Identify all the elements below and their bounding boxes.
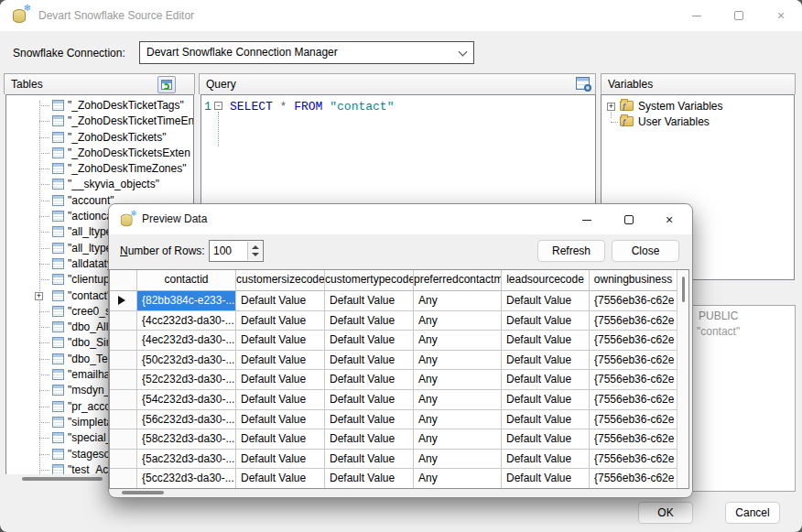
grid-cell[interactable]: {7556eb36-c62e [590,390,677,410]
row-header-cell[interactable] [110,331,137,351]
grid-hscrollbar[interactable] [109,487,692,497]
grid-cell[interactable]: {7556eb36-c62e [590,331,677,351]
grid-data-row[interactable]: {4ec232d3-da30-...Default ValueDefault V… [110,331,688,351]
tables-hscrollbar-thumb[interactable] [22,477,103,481]
grid-cell[interactable]: Default Value [236,311,325,331]
grid-cell[interactable]: Default Value [502,390,590,410]
row-header-cell[interactable] [110,469,137,489]
grid-cell[interactable]: Default Value [325,410,414,430]
grid-cell[interactable]: {54c232d3-da30-... [137,390,236,410]
grid-data-row[interactable]: {50c232d3-da30-...Default ValueDefault V… [110,351,688,371]
grid-cell[interactable]: {5cc232d3-da30-... [137,469,236,489]
grid-column-header[interactable]: contactid [137,270,236,291]
grid-cell[interactable]: Default Value [502,410,590,430]
grid-data-row[interactable]: {5ac232d3-da30-...Default ValueDefault V… [110,450,688,470]
fold-collapse-icon[interactable]: - [214,102,222,110]
grid-cell[interactable]: Any [414,410,502,430]
close-button[interactable]: × [648,204,690,235]
grid-cell[interactable]: Default Value [236,390,325,410]
grid-cell[interactable]: Default Value [325,291,414,311]
grid-cell[interactable]: Default Value [236,291,325,311]
grid-vscrollbar-thumb[interactable] [682,277,685,302]
grid-cell[interactable]: Default Value [502,351,590,371]
variables-tree-item[interactable]: +ƒSystem Variables [602,99,794,114]
spin-up-icon[interactable] [252,245,259,249]
grid-hscrollbar-thumb[interactable] [122,491,164,494]
grid-cell[interactable]: {56c232d3-da30-... [137,410,236,430]
connection-combobox[interactable]: Devart Snowflake Connection Manager [139,41,474,64]
grid-cell[interactable]: Default Value [236,429,325,450]
grid-cell[interactable]: Any [414,390,502,410]
variables-tree-item[interactable]: ƒUser Variables [602,114,794,130]
table-tree-item[interactable]: "__skyvia_objects" [6,177,193,192]
grid-cell[interactable]: Default Value [502,429,590,450]
grid-cell[interactable]: Default Value [502,370,590,390]
grid-column-header[interactable]: customertypecode [325,270,414,291]
grid-cell[interactable]: {50c232d3-da30-... [137,351,236,371]
expander-plus-icon[interactable]: + [607,103,615,111]
grid-cell[interactable]: Default Value [325,331,414,351]
ok-button[interactable]: OK [638,502,693,524]
table-tree-item[interactable]: "_ZohoDeskTicketTimeEn [6,114,193,129]
grid-cell[interactable]: Default Value [325,311,414,331]
row-header-cell[interactable] [110,429,137,450]
grid-data-row[interactable]: {5cc232d3-da30-...Default ValueDefault V… [110,469,688,489]
number-of-rows-spinner[interactable]: 100 [209,240,264,262]
grid-cell[interactable]: Any [414,450,502,470]
grid-cell[interactable]: Default Value [502,331,590,351]
grid-cell[interactable]: {7556eb36-c62e [590,370,677,390]
grid-column-header[interactable]: preferredcontactme [414,270,502,291]
grid-cell[interactable]: Default Value [325,429,414,450]
minimize-button[interactable] [676,0,718,31]
expander-plus-icon[interactable]: + [35,292,43,300]
maximize-button[interactable] [608,204,650,235]
grid-column-header[interactable]: leadsourcecode [502,270,590,291]
grid-cell[interactable]: Default Value [502,311,590,331]
grid-cell[interactable]: Default Value [236,410,325,430]
grid-cell[interactable]: Default Value [502,291,590,311]
maximize-button[interactable] [718,0,760,31]
grid-data-row[interactable]: {52c232d3-da30-...Default ValueDefault V… [110,370,688,390]
table-tree-item[interactable]: "_ZohoDeskTicketTags" [6,98,193,114]
grid-cell[interactable]: Default Value [236,370,325,390]
grid-cell[interactable]: Default Value [325,351,414,371]
row-header-cell[interactable] [110,370,137,390]
grid-cell[interactable]: {7556eb36-c62e [590,469,677,489]
table-tree-item[interactable]: "_ZohoDeskTickets" [6,130,193,146]
row-header-cell[interactable] [110,291,137,311]
grid-column-header[interactable]: owningbusiness [590,270,677,291]
grid-data-row[interactable]: {58c232d3-da30-...Default ValueDefault V… [110,429,688,450]
row-header-cell[interactable] [110,390,137,410]
row-header-cell[interactable] [110,450,137,470]
grid-cell[interactable]: {52c232d3-da30-... [137,370,236,390]
grid-cell[interactable]: {82bb384c-e233-... [137,291,236,311]
grid-cell[interactable]: Default Value [325,370,414,390]
close-button[interactable]: × [760,0,802,31]
minimize-button[interactable] [566,204,608,235]
grid-cell[interactable]: Any [414,311,502,331]
table-tree-item[interactable]: "_ZohoDeskTimeZones" [6,161,193,177]
grid-cell[interactable]: {58c232d3-da30-... [137,429,236,450]
grid-cell[interactable]: {7556eb36-c62e [590,429,677,450]
grid-cell[interactable]: Any [414,331,502,351]
grid-cell[interactable]: Any [414,351,502,371]
grid-cell[interactable]: Default Value [236,351,325,371]
grid-cell[interactable]: {7556eb36-c62e [590,410,677,430]
grid-cell[interactable]: Default Value [236,469,325,489]
grid-cell[interactable]: Default Value [236,331,325,351]
grid-cell[interactable]: Any [414,429,502,450]
grid-column-header[interactable]: customersizecode [236,270,325,291]
grid-cell[interactable]: Default Value [325,469,414,489]
grid-cell[interactable]: {5ac232d3-da30-... [137,450,236,470]
grid-cell[interactable]: {7556eb36-c62e [590,291,677,311]
grid-cell[interactable]: {7556eb36-c62e [590,450,677,470]
grid-data-row[interactable]: {56c232d3-da30-...Default ValueDefault V… [110,410,688,430]
row-header-cell[interactable] [110,410,137,430]
table-tree-item[interactable]: "_ZohoDeskTicketsExten [6,146,193,161]
grid-cell[interactable]: {4cc232d3-da30-... [137,311,236,331]
grid-cell[interactable]: {4ec232d3-da30-... [137,331,236,351]
grid-cell[interactable]: Default Value [325,450,414,470]
grid-cell[interactable]: Default Value [236,450,325,470]
refresh-tables-button[interactable] [157,76,176,93]
grid-cell[interactable]: Any [414,370,502,390]
